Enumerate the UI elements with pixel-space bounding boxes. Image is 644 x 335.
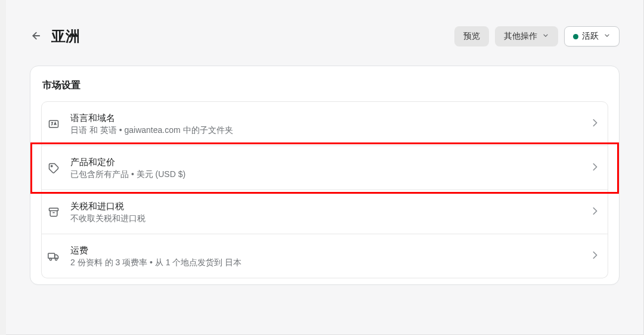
settings-item[interactable]: 产品和定价已包含所有产品 • 美元 (USD $) — [41, 146, 608, 190]
settings-list: 语言和域名日语 和 英语 • gaiwantea.com 中的子文件夹产品和定价… — [41, 101, 608, 278]
item-title: 产品和定价 — [70, 156, 587, 168]
page-title: 亚洲 — [51, 27, 80, 46]
header-left: 亚洲 — [30, 27, 80, 46]
status-dot-icon — [573, 34, 578, 39]
item-subtitle: 已包含所有产品 • 美元 (USD $) — [70, 169, 587, 180]
chevron-right-icon — [592, 251, 598, 261]
status-label: 活跃 — [582, 31, 599, 42]
svg-point-5 — [55, 258, 57, 260]
tag-icon — [45, 162, 62, 174]
chevron-right-icon — [592, 207, 598, 217]
chevron-right-icon — [592, 163, 598, 173]
back-arrow-icon[interactable] — [30, 30, 41, 43]
archive-icon — [45, 206, 62, 218]
preview-button[interactable]: 预览 — [454, 26, 489, 46]
item-title: 语言和域名 — [70, 111, 587, 124]
preview-button-label: 预览 — [463, 31, 480, 42]
chevron-down-icon — [542, 32, 549, 41]
other-actions-button[interactable]: 其他操作 — [495, 26, 558, 46]
truck-icon — [45, 250, 62, 262]
card-title: 市场设置 — [41, 79, 608, 92]
svg-rect-3 — [48, 253, 55, 258]
item-subtitle: 2 份资料 的 3 项费率 • 从 1 个地点发货到 日本 — [70, 258, 587, 268]
page-header: 亚洲 预览 其他操作 活跃 — [30, 26, 620, 46]
item-body: 运费2 份资料 的 3 项费率 • 从 1 个地点发货到 日本 — [70, 244, 587, 268]
language-icon — [45, 118, 62, 130]
svg-point-1 — [51, 165, 52, 166]
other-actions-label: 其他操作 — [504, 31, 537, 42]
svg-rect-2 — [49, 208, 58, 210]
chevron-down-icon — [603, 32, 611, 41]
settings-item[interactable]: 语言和域名日语 和 英语 • gaiwantea.com 中的子文件夹 — [41, 101, 608, 146]
header-actions: 预览 其他操作 活跃 — [454, 26, 620, 46]
svg-point-4 — [49, 258, 51, 260]
settings-item[interactable]: 运费2 份资料 的 3 项费率 • 从 1 个地点发货到 日本 — [41, 234, 608, 278]
status-button[interactable]: 活跃 — [564, 26, 620, 46]
item-subtitle: 日语 和 英语 • gaiwantea.com 中的子文件夹 — [70, 125, 587, 136]
item-body: 语言和域名日语 和 英语 • gaiwantea.com 中的子文件夹 — [70, 111, 587, 136]
settings-item[interactable]: 关税和进口税不收取关税和进口税 — [41, 190, 608, 234]
item-body: 产品和定价已包含所有产品 • 美元 (USD $) — [70, 156, 587, 180]
item-subtitle: 不收取关税和进口税 — [70, 213, 587, 224]
svg-rect-0 — [49, 120, 58, 128]
chevron-right-icon — [592, 119, 598, 129]
item-title: 运费 — [70, 244, 587, 256]
item-body: 关税和进口税不收取关税和进口税 — [70, 200, 587, 224]
market-settings-card: 市场设置 语言和域名日语 和 英语 • gaiwantea.com 中的子文件夹… — [30, 66, 620, 285]
item-title: 关税和进口税 — [70, 200, 587, 212]
